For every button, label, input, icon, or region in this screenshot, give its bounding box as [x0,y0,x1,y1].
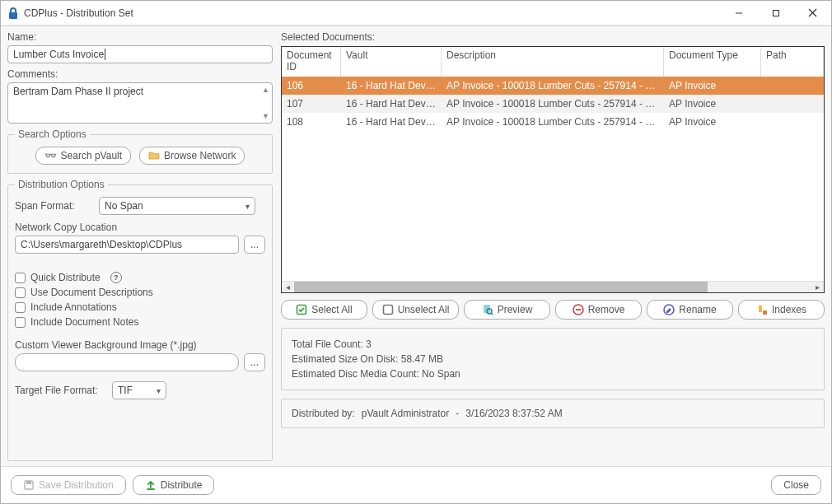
quick-distribute-label: Quick Distribute [30,272,100,283]
stats-box: Total File Count: 3 Estimated Size On Di… [281,328,825,390]
size-value: 58.47 MB [401,353,443,365]
svg-point-13 [759,306,763,310]
magnifier-page-icon [482,304,493,315]
indexes-label: Indexes [772,304,806,315]
close-button[interactable]: Close [771,475,821,495]
distributed-timestamp: 3/16/2023 8:37:52 AM [465,408,562,419]
rename-label: Rename [679,304,716,315]
distributed-by-label: Distributed by: [292,408,355,419]
col-document-id[interactable]: Document ID [282,47,341,77]
table-row[interactable]: 107 16 - Hard Hat Devel... AP Invoice - … [282,95,824,113]
scroll-right-icon[interactable]: ▸ [811,282,824,292]
span-format-select[interactable]: No Span [99,197,255,215]
lock-icon [7,7,19,20]
cell-id: 106 [282,80,341,91]
select-all-label: Select All [311,304,352,315]
horizontal-scrollbar[interactable]: ◂ ▸ [282,281,824,292]
cell-vault: 16 - Hard Hat Develo... [341,116,442,128]
window-title: CDPlus - Distribution Set [24,7,133,19]
search-pvault-button[interactable]: 👓 Search pVault [35,147,132,165]
col-path[interactable]: Path [761,47,824,77]
media-count-value: No Span [422,368,460,380]
cell-desc: AP Invoice - 100018 Lumber Cuts - 257914… [442,98,664,110]
svg-line-9 [491,313,493,315]
quick-distribute-checkbox[interactable] [15,273,26,283]
svg-rect-15 [763,310,767,315]
textarea-scroll-up-icon[interactable]: ▲ [262,86,269,94]
network-copy-input[interactable]: C:\Users\margareth\Desktop\CDPlus [15,236,239,254]
preview-button[interactable]: Preview [464,300,550,320]
use-document-descriptions-checkbox[interactable] [15,287,26,298]
distributed-by-box: Distributed by: pVault Administrator - 3… [281,399,825,428]
distribution-options-legend: Distribution Options [15,179,108,190]
cell-type: AP Invoice [664,80,761,91]
comments-input[interactable]: Bertram Dam Phase II project [7,82,273,124]
network-copy-label: Network Copy Location [15,222,265,233]
indexes-icon [756,304,768,315]
scroll-thumb[interactable] [294,282,708,292]
target-format-label: Target File Format: [15,385,105,396]
cell-desc: AP Invoice - 100018 Lumber Cuts - 257914… [442,80,664,91]
binoculars-icon: 👓 [44,150,57,161]
selected-documents-label: Selected Documents: [281,31,825,43]
network-copy-browse-button[interactable]: ... [244,236,265,254]
bg-image-input[interactable] [15,353,239,371]
span-format-value: No Span [105,200,143,212]
cell-type: AP Invoice [664,98,761,110]
search-pvault-label: Search pVault [61,150,123,161]
unselect-all-button[interactable]: Unselect All [372,300,459,320]
table-header: Document ID Vault Description Document T… [282,47,824,77]
distribution-options-group: Distribution Options Span Format: No Spa… [7,179,273,461]
minimize-button[interactable] [720,2,757,25]
browse-network-button[interactable]: Browse Network [139,147,245,165]
svg-rect-6 [383,306,392,315]
bg-image-label: Custom Viewer Background Image (*.jpg) [15,339,265,351]
target-format-select[interactable]: TIF [112,381,166,399]
svg-rect-2 [773,10,778,16]
rename-button[interactable]: Rename [647,300,733,320]
bg-image-browse-button[interactable]: ... [244,353,265,371]
svg-rect-17 [26,481,31,484]
col-description[interactable]: Description [442,47,664,77]
remove-button[interactable]: Remove [555,300,642,320]
file-count-label: Total File Count: [292,338,366,350]
cell-id: 107 [282,98,341,110]
size-label: Estimated Size On Disk: [292,353,401,365]
select-all-button[interactable]: Select All [281,300,367,320]
documents-table: Document ID Vault Description Document T… [281,46,825,293]
indexes-button[interactable]: Indexes [738,300,825,320]
preview-label: Preview [498,304,533,315]
search-options-group: Search Options 👓 Search pVault Browse Ne… [7,128,273,174]
use-document-descriptions-label: Use Document Descriptions [30,287,153,298]
svg-rect-0 [9,12,17,19]
distributed-by-user: pVault Administrator [362,408,450,419]
cell-desc: AP Invoice - 100018 Lumber Cuts - 257914… [442,116,664,128]
cell-type: AP Invoice [664,116,761,128]
table-row[interactable]: 106 16 - Hard Hat Develo... AP Invoice -… [282,77,824,95]
save-distribution-button[interactable]: Save Distribution [11,475,126,495]
col-vault[interactable]: Vault [341,47,442,77]
cell-id: 108 [282,116,341,128]
include-annotations-checkbox[interactable] [15,302,26,313]
folder-icon [148,151,160,161]
help-icon[interactable]: ? [110,272,122,283]
scroll-left-icon[interactable]: ◂ [282,282,294,292]
maximize-button[interactable] [757,2,794,25]
include-annotations-label: Include Annotations [30,301,117,313]
save-icon [23,479,35,491]
table-row[interactable]: 108 16 - Hard Hat Develo... AP Invoice -… [282,113,824,131]
close-window-button[interactable] [794,2,831,25]
name-input[interactable]: Lumber Cuts Invoice [7,45,273,63]
include-document-notes-checkbox[interactable] [15,317,26,328]
titlebar: CDPlus - Distribution Set [1,1,831,26]
include-document-notes-label: Include Document Notes [30,316,138,328]
col-document-type[interactable]: Document Type [664,47,761,77]
search-options-legend: Search Options [15,128,90,140]
textarea-scroll-down-icon[interactable]: ▼ [262,112,269,120]
cell-vault: 16 - Hard Hat Devel... [341,98,442,110]
distribute-button[interactable]: Distribute [133,475,215,495]
network-copy-value: C:\Users\margareth\Desktop\CDPlus [21,239,182,250]
empty-square-icon [382,304,394,315]
remove-circle-icon [573,304,584,315]
name-input-value: Lumber Cuts Invoice [13,49,105,60]
